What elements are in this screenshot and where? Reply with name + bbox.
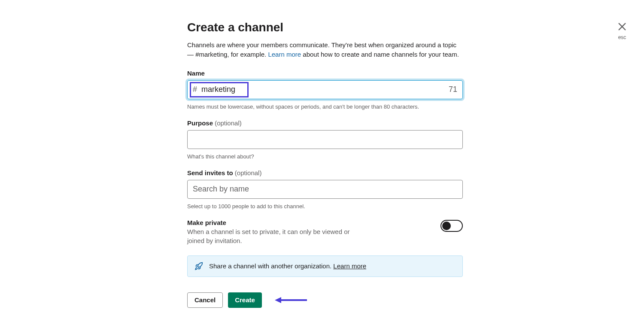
name-hint: Names must be lowercase, without spaces …	[187, 103, 463, 110]
channel-name-input[interactable]	[201, 85, 449, 94]
close-label: esc	[617, 34, 627, 40]
private-title: Make private	[187, 219, 368, 226]
private-description: When a channel is set to private, it can…	[187, 227, 368, 245]
share-banner-text: Share a channel with another organizatio…	[209, 262, 366, 270]
share-learn-more-link[interactable]: Learn more	[333, 262, 366, 270]
modal-title: Create a channel	[187, 21, 463, 34]
purpose-label: Purpose (optional)	[187, 119, 463, 127]
modal-description: Channels are where your members communic…	[187, 40, 463, 59]
purpose-hint: What's this channel about?	[187, 153, 463, 160]
cancel-button[interactable]: Cancel	[187, 292, 223, 308]
close-button[interactable]: esc	[617, 21, 627, 40]
hash-icon: #	[193, 85, 197, 94]
name-label: Name	[187, 70, 463, 77]
annotation-arrow	[275, 296, 307, 304]
share-banner: Share a channel with another organizatio…	[187, 255, 463, 277]
purpose-optional: (optional)	[215, 119, 242, 127]
invites-hint: Select up to 1000 people to add to this …	[187, 203, 463, 210]
invites-input[interactable]	[187, 180, 463, 199]
svg-marker-1	[275, 297, 281, 303]
private-text: Make private When a channel is set to pr…	[187, 219, 368, 245]
private-toggle[interactable]	[440, 220, 463, 232]
name-input-wrapper[interactable]: # 71	[187, 80, 463, 99]
invites-label: Send invites to (optional)	[187, 169, 463, 176]
close-icon	[617, 21, 627, 33]
rocket-icon	[194, 262, 203, 270]
create-channel-modal: Create a channel Channels are where your…	[187, 21, 463, 308]
learn-more-link[interactable]: Learn more	[268, 51, 301, 58]
toggle-knob	[442, 222, 451, 230]
purpose-input[interactable]	[187, 130, 463, 149]
private-section: Make private When a channel is set to pr…	[187, 219, 463, 245]
description-suffix: about how to create and name channels fo…	[301, 51, 459, 58]
char-count: 71	[449, 85, 457, 94]
create-button[interactable]: Create	[228, 292, 262, 308]
invites-optional: (optional)	[235, 169, 262, 176]
button-row: Cancel Create	[187, 292, 463, 308]
